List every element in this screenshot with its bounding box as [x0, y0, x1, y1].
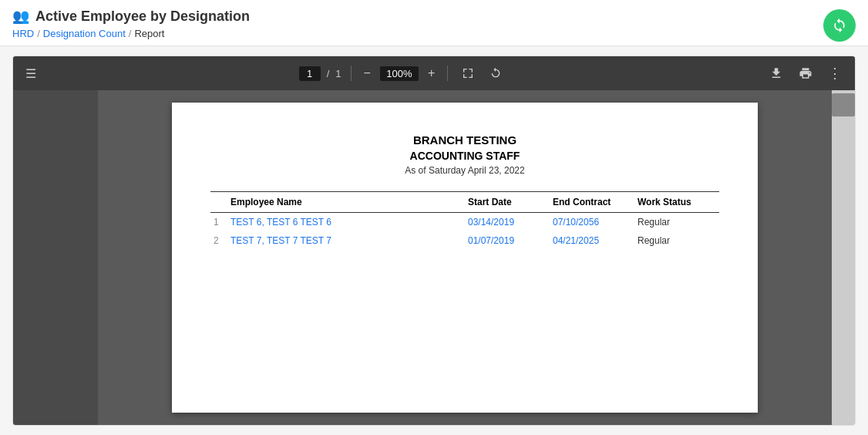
download-button[interactable] [766, 63, 786, 83]
report-company: BRANCH TESTING [210, 133, 719, 147]
cell-num: 2 [210, 231, 227, 250]
divider-2 [447, 66, 448, 81]
report-table: Employee Name Start Date End Contract Wo… [210, 191, 719, 250]
hamburger-icon: ☰ [25, 66, 36, 81]
cell-start-date: 01/07/2019 [465, 231, 550, 250]
pdf-sidebar-panel [13, 90, 98, 425]
breadcrumb-hrd[interactable]: HRD [12, 28, 34, 39]
cell-name: TEST 6, TEST 6 TEST 6 [227, 213, 465, 232]
page-header: 👥 Active Employee by Designation HRD / D… [0, 0, 868, 46]
breadcrumb-current: Report [134, 28, 164, 39]
menu-button[interactable]: ☰ [22, 63, 39, 84]
pdf-page: BRANCH TESTING ACCOUNTING STAFF As of Sa… [172, 103, 758, 413]
rotate-icon [490, 67, 502, 79]
pdf-scroll-area[interactable]: BRANCH TESTING ACCOUNTING STAFF As of Sa… [98, 90, 832, 425]
plus-icon: + [428, 66, 435, 80]
employees-icon: 👥 [12, 8, 29, 25]
divider-1 [351, 66, 352, 81]
rotate-button[interactable] [485, 64, 506, 83]
pdf-scroll-track [832, 90, 855, 425]
report-designation: ACCOUNTING STAFF [210, 150, 719, 162]
cell-num: 1 [210, 213, 227, 232]
top-action-button[interactable] [823, 9, 856, 42]
breadcrumb-sep2: / [129, 28, 132, 39]
col-header-num [210, 192, 227, 213]
cell-work-status: Regular [634, 213, 719, 232]
fit-page-button[interactable] [457, 64, 479, 83]
table-row: 1 TEST 6, TEST 6 TEST 6 03/14/2019 07/10… [210, 213, 719, 232]
scrollbar-thumb[interactable] [832, 93, 855, 116]
ellipsis-icon: ⋮ [828, 65, 843, 82]
table-row: 2 TEST 7, TEST 7 TEST 7 01/07/2019 04/21… [210, 231, 719, 250]
cell-end-contract: 07/10/2056 [550, 213, 634, 232]
zoom-in-button[interactable]: + [425, 63, 438, 83]
col-header-name: Employee Name [227, 192, 465, 213]
page-separator: / [327, 68, 330, 79]
more-options-button[interactable]: ⋮ [825, 62, 846, 85]
print-button[interactable] [796, 63, 816, 83]
zoom-value[interactable]: 100% [380, 66, 419, 81]
print-icon [799, 66, 812, 80]
col-header-start: Start Date [465, 192, 550, 213]
zoom-out-button[interactable]: − [361, 63, 374, 83]
page-total: 1 [335, 68, 341, 79]
breadcrumb: HRD / Designation Count / Report [12, 28, 856, 39]
pdf-viewer: ☰ 1 / 1 − 100% + [12, 56, 856, 426]
page-title: Active Employee by Designation [35, 8, 250, 25]
col-header-end: End Contract [550, 192, 634, 213]
pdf-main-area: BRANCH TESTING ACCOUNTING STAFF As of Sa… [13, 90, 855, 425]
fit-icon [462, 67, 474, 79]
cell-name: TEST 7, TEST 7 TEST 7 [227, 231, 465, 250]
cell-end-contract: 04/21/2025 [550, 231, 634, 250]
recycle-icon [832, 18, 847, 33]
pdf-toolbar: ☰ 1 / 1 − 100% + [13, 56, 855, 90]
report-date: As of Saturday April 23, 2022 [210, 165, 719, 176]
breadcrumb-sep1: / [37, 28, 40, 39]
minus-icon: − [364, 66, 371, 80]
page-number-input[interactable]: 1 [299, 66, 321, 81]
cell-work-status: Regular [634, 231, 719, 250]
col-header-status: Work Status [634, 192, 719, 213]
breadcrumb-designation-count[interactable]: Designation Count [43, 28, 126, 39]
download-icon [769, 66, 783, 80]
cell-start-date: 03/14/2019 [465, 213, 550, 232]
